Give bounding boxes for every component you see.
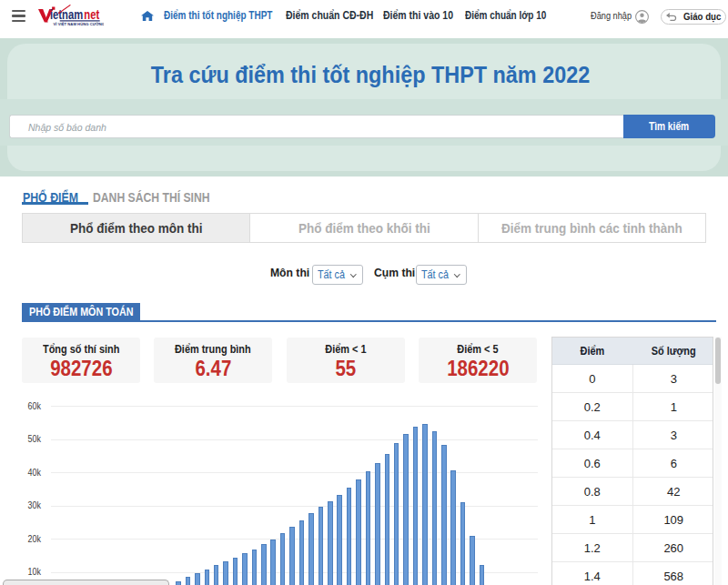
svg-text:VÌ VIỆT NAM HÙNG CƯỜNG: VÌ VIỆT NAM HÙNG CƯỜNG bbox=[54, 22, 105, 26]
svg-text:ietnam: ietnam bbox=[50, 6, 83, 22]
svg-text:net: net bbox=[84, 6, 99, 22]
